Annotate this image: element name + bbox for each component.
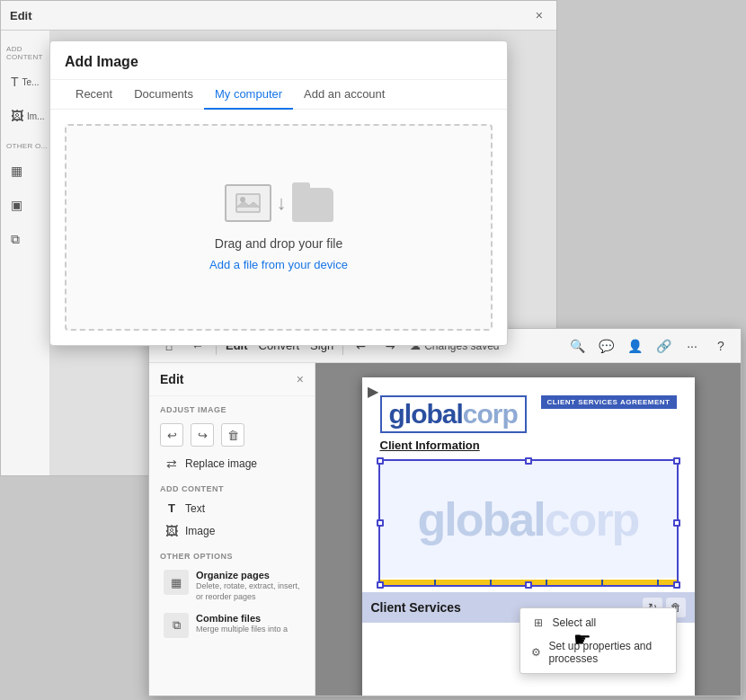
- organize-title: Organize pages: [196, 570, 300, 580]
- select-all-icon: ⊞: [531, 616, 546, 629]
- drop-zone[interactable]: ↓ Drag and drop your file Add a file fro…: [65, 124, 493, 331]
- combine-icon: ⧉: [11, 232, 20, 247]
- sidebar-item-image[interactable]: 🖼 Im...: [5, 101, 45, 131]
- dialog-title: Add Image: [65, 54, 138, 69]
- acrobat-page: ▶ globalcorp CLIENT SERVICES AGREEMENT C…: [362, 377, 695, 696]
- svg-point-1: [240, 197, 245, 202]
- layers-icon: ▣: [11, 198, 22, 212]
- back-other-label: OTHER O...: [1, 142, 48, 150]
- replace-image-label: Replace image: [185, 457, 257, 470]
- edit-panel-title: Edit: [160, 372, 183, 386]
- ctx-set-up-label: Set up properties and processes: [548, 640, 664, 665]
- set-up-icon: ⚙: [531, 646, 542, 659]
- page-logo-text: globalcorp: [389, 401, 518, 428]
- edit-panel-header: Edit ×: [149, 363, 315, 396]
- combine-files-icon: ⧉: [164, 613, 189, 638]
- image-label: Image: [185, 525, 215, 537]
- handle-bot-right[interactable]: [673, 581, 680, 589]
- ctx-select-all[interactable]: ⊞ Select all: [520, 611, 676, 634]
- combine-text: Combine files Merge multiple files into …: [196, 613, 288, 635]
- image-img-icon: 🖼: [164, 524, 180, 538]
- handle-bot-mid[interactable]: [525, 581, 532, 589]
- svg-rect-0: [236, 194, 260, 212]
- adjust-image-label: ADJUST IMAGE: [149, 396, 315, 418]
- other-options-label: OTHER OPTIONS: [149, 543, 315, 564]
- tab-documents[interactable]: Documents: [123, 80, 204, 110]
- combine-title: Combine files: [196, 613, 288, 624]
- sidebar-text-label: Te...: [22, 77, 40, 87]
- replace-icon: ⇄: [164, 456, 180, 471]
- drop-image-icon: [225, 184, 271, 222]
- img-delete-button[interactable]: 🗑: [221, 423, 244, 447]
- selected-image-inner: globalcorp: [380, 461, 677, 578]
- combine-files-option[interactable]: ⧉ Combine files Merge multiple files int…: [153, 607, 311, 643]
- drop-file-link[interactable]: Add a file from your device: [209, 258, 348, 271]
- acrobat-body: Edit × ADJUST IMAGE ↩ ↪ 🗑 ⇄ Replace imag…: [149, 363, 741, 696]
- text-row[interactable]: T Text: [153, 497, 311, 519]
- client-info-heading: Client Information: [380, 439, 677, 452]
- more-button[interactable]: ···: [679, 333, 705, 359]
- organize-text: Organize pages Delete, rotate, extract, …: [196, 570, 300, 602]
- edit-panel-close-button[interactable]: ×: [297, 372, 304, 386]
- dialog-tabs: Recent Documents My computer Add an acco…: [50, 80, 507, 110]
- drop-zone-icons: ↓: [225, 184, 333, 222]
- replace-image-row[interactable]: ⇄ Replace image: [153, 452, 311, 475]
- image-row[interactable]: 🖼 Image: [153, 519, 311, 543]
- dialog-header: Add Image: [50, 41, 507, 80]
- back-panel-title: Edit: [10, 9, 32, 22]
- back-add-content-label: ADD CONTENT: [1, 45, 49, 61]
- cursor-pointer-icon: ▶: [368, 383, 378, 400]
- share-user-button[interactable]: 👤: [622, 333, 647, 359]
- text-label: Text: [185, 502, 205, 515]
- help-button[interactable]: ?: [708, 333, 733, 359]
- sidebar-image-label: Im...: [27, 111, 44, 121]
- link-button[interactable]: 🔗: [651, 333, 676, 359]
- ctx-select-all-label: Select all: [553, 616, 597, 629]
- combine-desc: Merge multiple files into a: [196, 625, 288, 635]
- acrobat-canvas: ▶ globalcorp CLIENT SERVICES AGREEMENT C…: [315, 363, 741, 696]
- sidebar-item-other2[interactable]: ▣: [5, 190, 45, 220]
- text-t-icon: T: [164, 501, 180, 515]
- sidebar-item-other1[interactable]: ▦: [5, 155, 45, 186]
- csa-badge: CLIENT SERVICES AGREEMENT: [541, 395, 677, 409]
- drop-arrow-icon: ↓: [277, 191, 287, 222]
- sidebar-item-other3[interactable]: ⧉: [5, 224, 45, 254]
- add-content-label: ADD CONTENT: [149, 475, 315, 497]
- comment-button[interactable]: 💬: [593, 333, 618, 359]
- logo-box: globalcorp: [380, 395, 527, 433]
- handle-mid-left[interactable]: [377, 519, 384, 527]
- sidebar-item-text[interactable]: T Te...: [5, 66, 45, 97]
- drop-main-text: Drag and drop your file: [215, 236, 342, 251]
- handle-top-left[interactable]: [377, 457, 384, 465]
- tab-my-computer[interactable]: My computer: [204, 80, 293, 110]
- logo-global: global: [389, 399, 463, 429]
- handle-bot-left[interactable]: [377, 581, 384, 589]
- text-icon: T: [11, 75, 19, 89]
- acrobat-window: ⌂ ← Edit Convert Sign ↩ ↪ ☁ Changes save…: [148, 328, 742, 696]
- dialog-body: ↓ Drag and drop your file Add a file fro…: [50, 110, 507, 345]
- zoom-button[interactable]: 🔍: [564, 333, 590, 359]
- context-menu: ⊞ Select all ⚙ Set up properties and pro…: [520, 607, 677, 674]
- selected-image-box[interactable]: globalcorp: [378, 459, 679, 587]
- selected-logo: globalcorp: [418, 492, 639, 546]
- handle-mid-right[interactable]: [673, 519, 680, 527]
- back-panel-header: Edit ×: [1, 1, 556, 31]
- organize-desc: Delete, rotate, extract, insert, or reor…: [196, 581, 300, 602]
- img-undo-button[interactable]: ↩: [160, 423, 183, 447]
- back-sidebar: ADD CONTENT T Te... 🖼 Im... OTHER O... ▦…: [1, 31, 50, 475]
- organize-icon: ▦: [164, 570, 189, 595]
- logo-corp: corp: [463, 399, 518, 429]
- img-redo-button[interactable]: ↪: [191, 423, 214, 447]
- handle-top-mid[interactable]: [525, 457, 532, 465]
- grid-icon: ▦: [11, 164, 22, 178]
- image-icon: 🖼: [11, 109, 23, 123]
- back-panel-close-button[interactable]: ×: [531, 6, 547, 24]
- tab-add-account[interactable]: Add an account: [293, 80, 395, 110]
- tab-recent[interactable]: Recent: [65, 80, 123, 110]
- drop-folder-icon: [292, 188, 333, 222]
- handle-top-right[interactable]: [673, 457, 680, 465]
- adjust-image-icons: ↩ ↪ 🗑: [149, 418, 315, 452]
- ctx-set-up[interactable]: ⚙ Set up properties and processes: [520, 634, 676, 670]
- acrobat-edit-panel: Edit × ADJUST IMAGE ↩ ↪ 🗑 ⇄ Replace imag…: [149, 363, 315, 696]
- organize-pages-option[interactable]: ▦ Organize pages Delete, rotate, extract…: [153, 564, 311, 607]
